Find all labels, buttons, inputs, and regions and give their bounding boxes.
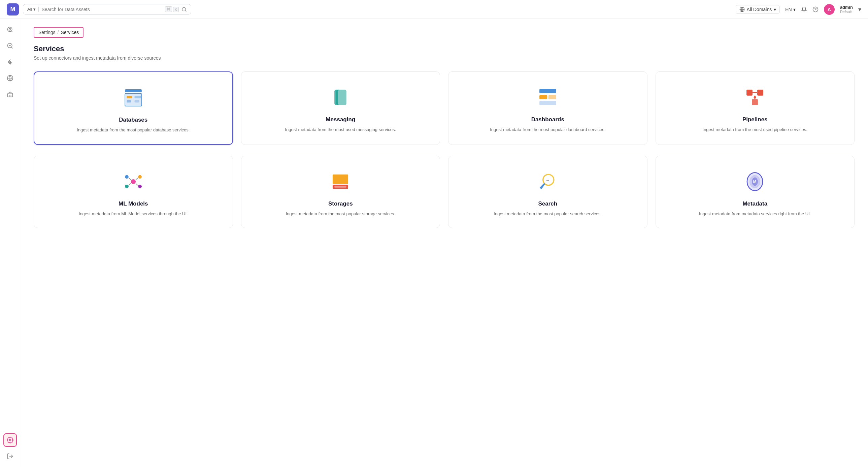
breadcrumb-current: Services	[61, 30, 79, 35]
sidebar-item-insights[interactable]	[3, 55, 17, 69]
domain-label: All Domains	[747, 7, 772, 12]
app-container: M All ▾ ⌘ K All Domains ▾	[0, 0, 868, 467]
search-name: Search	[538, 201, 557, 207]
svg-point-44	[138, 175, 142, 179]
svg-rect-51	[333, 174, 348, 184]
search-bar: All ▾ ⌘ K	[23, 4, 191, 14]
services-grid: Databases Ingest metadata from the most …	[34, 71, 855, 228]
svg-rect-26	[127, 100, 131, 103]
svg-line-50	[136, 183, 138, 185]
kbd-cmd: ⌘	[165, 6, 172, 12]
top-right-actions: All Domains ▾ EN ▾ A admin Default ▾	[736, 4, 861, 15]
metadata-icon: M	[743, 170, 767, 194]
svg-point-6	[7, 27, 12, 32]
storages-name: Storages	[328, 201, 353, 207]
svg-rect-38	[752, 99, 758, 105]
notifications-button[interactable]	[801, 6, 807, 12]
svg-line-59	[540, 184, 544, 187]
service-card-ml-models[interactable]: ML Models Ingest metadata from ML Model …	[34, 156, 233, 229]
dashboards-icon	[536, 85, 560, 110]
service-card-dashboards[interactable]: Dashboards Ingest metadata from the most…	[448, 71, 648, 145]
svg-rect-34	[549, 95, 556, 99]
filter-chevron-icon: ▾	[33, 7, 36, 12]
service-card-metadata[interactable]: M Metadata Ingest metadata from metadata…	[655, 156, 855, 229]
svg-point-42	[131, 179, 136, 184]
ml-models-name: ML Models	[119, 201, 148, 207]
sidebar-item-logout[interactable]	[3, 449, 17, 463]
svg-rect-33	[539, 95, 547, 99]
messaging-description: Ingest metadata from the most used messa…	[285, 126, 396, 133]
sidebar-item-observe[interactable]	[3, 39, 17, 53]
search-input[interactable]	[41, 7, 162, 12]
search-filter-label: All	[27, 7, 32, 12]
sidebar-item-explore[interactable]	[3, 23, 17, 36]
sidebar-item-governance[interactable]	[3, 88, 17, 101]
svg-rect-31	[338, 90, 346, 105]
svg-rect-25	[127, 96, 132, 98]
metadata-description: Ingest metadata from metadata services r…	[699, 211, 811, 217]
svg-point-20	[9, 439, 11, 441]
svg-rect-28	[134, 100, 139, 103]
user-menu-button[interactable]: ▾	[858, 6, 861, 13]
breadcrumb: Settings / Services	[34, 27, 84, 38]
service-card-databases[interactable]: Databases Ingest metadata from the most …	[34, 71, 233, 145]
svg-line-47	[129, 178, 131, 180]
service-card-pipelines[interactable]: Pipelines Ingest metadata from the most …	[655, 71, 855, 145]
lang-chevron-icon: ▾	[793, 7, 796, 12]
databases-name: Databases	[119, 117, 148, 123]
app-logo[interactable]: M	[7, 3, 19, 16]
svg-point-46	[138, 184, 142, 188]
domain-selector[interactable]: All Domains ▾	[736, 5, 780, 14]
sidebar-item-domains[interactable]	[3, 71, 17, 85]
top-bar: M All ▾ ⌘ K All Domains ▾	[0, 0, 868, 19]
user-name: admin	[840, 5, 853, 10]
svg-text:M: M	[753, 180, 756, 184]
service-card-search[interactable]: ··· Search Ingest metadata from the most…	[448, 156, 648, 229]
search-button[interactable]	[182, 7, 187, 12]
search-keyboard-hint: ⌘ K	[165, 6, 179, 12]
help-button[interactable]	[812, 6, 818, 12]
svg-text:···: ···	[546, 178, 549, 183]
search-filter-button[interactable]: All ▾	[27, 7, 39, 12]
sidebar	[0, 19, 20, 467]
svg-rect-27	[134, 96, 141, 98]
lang-label: EN	[785, 7, 792, 12]
svg-line-1	[185, 10, 186, 11]
domain-chevron-icon: ▾	[774, 7, 776, 12]
svg-line-7	[11, 31, 12, 32]
svg-point-41	[754, 96, 756, 98]
svg-rect-53	[334, 186, 346, 187]
messaging-icon	[328, 85, 352, 110]
svg-point-45	[125, 184, 129, 188]
svg-rect-23	[125, 94, 142, 106]
main-area: Settings / Services Services Set up conn…	[0, 19, 868, 467]
search-icon: ···	[536, 170, 560, 194]
breadcrumb-settings-link[interactable]: Settings	[38, 30, 56, 35]
svg-point-8	[9, 29, 10, 30]
avatar[interactable]: A	[824, 4, 835, 15]
svg-rect-32	[539, 89, 556, 93]
svg-rect-22	[125, 89, 142, 92]
svg-point-14	[9, 61, 10, 62]
service-card-messaging[interactable]: Messaging Ingest metadata from the most …	[241, 71, 440, 145]
kbd-k: K	[173, 7, 179, 12]
page-subtitle: Set up connectors and ingest metadata fr…	[34, 55, 855, 61]
storages-icon	[328, 170, 352, 194]
svg-rect-37	[757, 90, 763, 96]
messaging-name: Messaging	[326, 116, 355, 123]
breadcrumb-separator: /	[58, 30, 59, 35]
svg-point-43	[125, 175, 129, 179]
service-card-storages[interactable]: Storages Ingest metadata from the most p…	[241, 156, 440, 229]
dashboards-description: Ingest metadata from the most popular da…	[490, 126, 606, 133]
databases-description: Ingest metadata from the most popular da…	[77, 127, 190, 134]
dashboards-name: Dashboards	[531, 116, 564, 123]
databases-icon	[121, 86, 146, 110]
search-description: Ingest metadata from the most popular se…	[494, 211, 602, 217]
sidebar-item-settings[interactable]	[3, 433, 17, 447]
pipelines-description: Ingest metadata from the most used pipel…	[703, 126, 807, 133]
svg-line-10	[11, 47, 12, 49]
metadata-name: Metadata	[742, 201, 767, 207]
storages-description: Ingest metadata from the most popular st…	[286, 211, 395, 217]
language-selector[interactable]: EN ▾	[785, 7, 795, 12]
user-info[interactable]: admin Default	[840, 5, 853, 14]
